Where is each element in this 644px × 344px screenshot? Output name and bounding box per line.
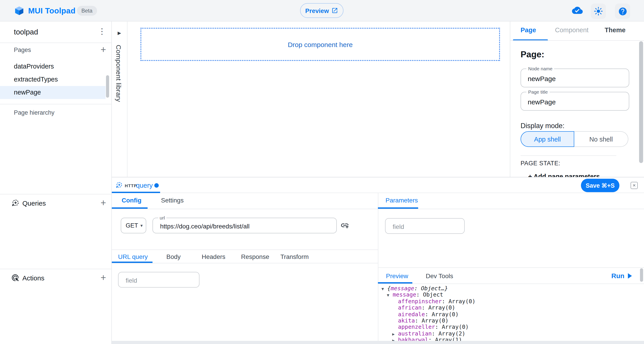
json-tree-row: appenzeller: Array(0) [378,324,641,330]
url-field: url [152,218,337,233]
json-value: : Object…} [414,285,448,292]
json-value: : Array(0) [415,317,448,324]
theme-toggle-button[interactable] [591,4,606,19]
light-mode-icon [594,7,603,16]
page-state-label: PAGE STATE: [520,160,560,167]
inspector-tab-page[interactable]: Page [520,27,536,34]
node-name-field: Node name [520,69,629,87]
url-input[interactable] [159,218,333,234]
parameter-input[interactable] [392,219,461,234]
json-key: airedale [398,311,425,317]
json-key: appenzeller [398,324,435,330]
add-page-parameters-button[interactable]: + Add page parameters [528,173,600,177]
json-value: : Array(0) [442,298,476,305]
query-editor-header: HTTP query Save ⌘+S ✕ [112,177,644,193]
json-tree-row: airedale: Array(0) [378,311,641,317]
json-value: : Array(0) [425,311,459,317]
ads-click-icon [11,274,19,282]
app-title: MUI Toolpad [28,6,76,16]
sidebar-page-item[interactable]: extractedTypes [0,73,106,86]
add-page-button[interactable]: + [98,45,109,56]
json-value: { [387,285,391,292]
help-button[interactable] [615,4,630,19]
beta-badge: Beta [77,6,97,16]
collapse-arrow-icon[interactable]: ▼ [387,292,393,299]
pages-list: dataProvidersextractedTypesnewPage [0,60,106,99]
preview-button-label: Preview [305,7,329,14]
json-tree-row: african: Array(0) [378,305,641,311]
json-key: message [391,285,414,292]
inspector-scrollbar[interactable] [639,41,643,163]
inspector-panel: PageComponentTheme Page: Node name Page … [510,22,644,177]
expand-arrow-icon[interactable]: ▶ [392,331,398,337]
url-query-input[interactable] [125,272,194,288]
add-link-icon[interactable] [340,221,349,230]
add-action-button[interactable]: + [98,273,109,283]
json-key: australian [398,330,432,336]
query-tab[interactable]: query [136,182,153,189]
result-tab[interactable]: Dev Tools [426,272,453,279]
display-mode-option[interactable]: App shell [520,131,574,147]
parameters-tab[interactable]: Parameters [386,197,418,204]
json-result-tree: ▼{message: Object…}▼message: Objectaffen… [378,283,641,341]
toolpad-logo-icon [14,6,24,16]
json-value: : Array(1) [428,336,462,341]
sidebar-page-item[interactable]: dataProviders [0,60,106,73]
sidebar-page-item[interactable]: newPage [0,86,106,99]
inspector-tab-theme[interactable]: Theme [605,27,626,34]
chevron-right-icon[interactable]: ▶ [118,31,121,35]
pages-section-label: Pages [14,47,31,53]
sidebar: toolpad ⋮ Pages + dataProvidersextracted… [0,22,112,344]
save-button[interactable]: Save ⌘+S [581,179,620,192]
request-tab[interactable]: Response [241,253,269,260]
drop-zone[interactable]: Drop component here [140,28,500,61]
query-tab-underline [112,192,160,193]
node-name-input[interactable] [527,69,622,88]
expand-arrow-icon[interactable]: ▶ [392,337,398,341]
request-tab[interactable]: URL query [118,253,148,260]
display-mode-option[interactable]: No shell [574,131,628,147]
http-method-select[interactable]: GET ▾ [121,218,146,233]
bottom-scrollbar-track[interactable] [112,341,644,344]
app-window: MUI Toolpad Beta Preview toolpad ⋮ [0,0,644,344]
request-tab[interactable]: Body [166,253,181,260]
json-tree-row: ▶australian: Array(2) [378,330,641,337]
config-tab-settings[interactable]: Settings [161,197,184,204]
app-header: MUI Toolpad Beta Preview [0,0,644,22]
request-tab[interactable]: Headers [202,253,226,260]
result-tab[interactable]: Preview [386,272,408,279]
json-tree-row: ▼{message: Object…} [378,285,641,292]
query-editor-panel: HTTP query Save ⌘+S ✕ ConfigSettings GET… [112,177,644,344]
canvas: ▶ Component library Drop component here [112,22,510,177]
cloud-done-icon [572,7,583,15]
display-mode-label: Display mode: [520,122,564,130]
page-title-input[interactable] [527,92,622,111]
run-play-icon [628,273,632,278]
url-query-field [118,272,200,288]
json-value: : Array(2) [432,330,466,336]
add-query-button[interactable]: + [98,198,109,209]
json-key: message [393,291,416,298]
kebab-menu-icon[interactable]: ⋮ [96,26,107,37]
close-panel-icon[interactable]: ✕ [630,182,638,189]
component-library-label: Component library [115,45,122,102]
inspector-heading: Page: [520,49,544,60]
arrow-drop-down-icon: ▾ [140,218,143,233]
pages-scrollbar[interactable] [106,75,109,98]
parameter-field [385,218,465,234]
preview-button[interactable]: Preview [300,3,344,18]
component-library-panel[interactable]: ▶ Component library [112,22,128,177]
project-name: toolpad [14,28,38,36]
collapse-arrow-icon[interactable]: ▼ [382,286,387,292]
http-method-value: GET [126,218,138,233]
request-tab[interactable]: Transform [280,253,309,260]
result-scrollbar[interactable] [640,268,643,282]
config-tab-config[interactable]: Config [122,197,142,204]
run-button[interactable]: Run [611,272,632,279]
inspector-tab-component[interactable]: Component [555,27,588,34]
json-tree-row: akita: Array(0) [378,317,641,324]
open-in-new-icon [332,7,338,14]
display-mode-toggle: App shellNo shell [520,131,628,147]
json-key: akita [398,317,415,324]
json-value: : Array(0) [435,324,469,330]
